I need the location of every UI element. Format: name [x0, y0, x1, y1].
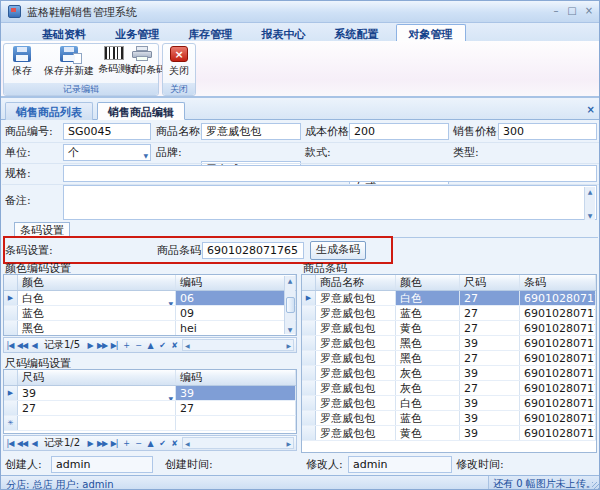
- sale-price-field[interactable]: 300: [498, 123, 597, 140]
- save-new-icon: [60, 46, 78, 62]
- scroll-down-icon[interactable]: ▼: [588, 212, 593, 219]
- ribbon-tab-object-management[interactable]: 对象管理: [396, 24, 466, 42]
- cost-price-label: 成本价格:: [305, 124, 353, 140]
- table-row[interactable]: 罗意威包包 黄色 39 690102807176...: [302, 426, 596, 441]
- nav-prev-icon[interactable]: ◀: [28, 439, 40, 448]
- spec-field[interactable]: [63, 165, 597, 182]
- nav-cancel-icon[interactable]: ✘: [168, 439, 180, 448]
- generate-barcode-button[interactable]: 生成条码: [310, 241, 366, 260]
- scroll-up-icon[interactable]: ▲: [588, 188, 593, 195]
- table-row[interactable]: 罗意威包包 灰色 27 690102807176...: [302, 381, 596, 396]
- scroll-left-icon[interactable]: ◀: [185, 342, 190, 349]
- brand-label: 品牌:: [156, 145, 182, 161]
- row-indicator-icon: ▶: [4, 291, 18, 305]
- table-row[interactable]: 罗意威包包 蓝色 27 690102807176...: [302, 306, 596, 321]
- chevron-down-icon[interactable]: ▼: [168, 296, 173, 305]
- nav-last-icon[interactable]: ▶|: [108, 439, 120, 448]
- save-button[interactable]: 保存: [6, 46, 38, 84]
- nav-prev-page-icon[interactable]: ◀◀: [16, 341, 28, 350]
- product-name-field[interactable]: 罗意威包包: [201, 123, 301, 140]
- nav-remove-icon[interactable]: −: [132, 439, 144, 448]
- column-header-code[interactable]: 编码: [176, 275, 296, 290]
- status-upload-info: 还有 0 幅图片未上传。: [488, 476, 600, 490]
- cost-price-field[interactable]: 200: [349, 123, 449, 140]
- table-row[interactable]: 罗意威包包 白色 39 690102807176...: [302, 396, 596, 411]
- horizontal-scrollbar[interactable]: ◀ ▶: [182, 339, 294, 351]
- tab-product-edit[interactable]: 销售商品编辑: [97, 102, 185, 120]
- nav-next-page-icon[interactable]: ▶▶: [96, 341, 108, 350]
- ribbon-group-caption: 记录编辑: [4, 83, 158, 95]
- scrollbar-thumb[interactable]: [286, 297, 295, 313]
- product-barcode-field[interactable]: 6901028071765: [202, 242, 304, 259]
- table-row[interactable]: 罗意威包包 蓝色 39 690102807176...: [302, 411, 596, 426]
- product-no-label: 商品编号:: [5, 124, 53, 140]
- nav-edit-icon[interactable]: ▲: [144, 341, 156, 350]
- remark-textarea[interactable]: ▲ ▼: [63, 185, 597, 220]
- scroll-left-icon[interactable]: ◀: [185, 440, 190, 447]
- nav-edit-icon[interactable]: ▲: [144, 439, 156, 448]
- spec-label: 规格:: [5, 166, 31, 182]
- app-icon: [8, 5, 21, 18]
- column-header-color[interactable]: 颜色: [18, 275, 176, 290]
- scroll-up-icon[interactable]: ▲: [288, 277, 293, 284]
- create-time-label: 创建时间:: [165, 457, 213, 473]
- close-button-icon[interactable]: ×: [582, 4, 596, 18]
- scroll-right-icon[interactable]: ▶: [286, 342, 291, 349]
- print-barcode-button[interactable]: 打印条码: [126, 46, 158, 84]
- table-row[interactable]: 蓝色 09: [4, 306, 296, 321]
- save-and-new-button[interactable]: 保存并新建: [40, 46, 98, 84]
- application-window: 蓝格鞋帽销售管理系统 – □ × 基础资料 业务管理 库存管理 报表中心 系统配…: [0, 0, 600, 490]
- column-header-barcode[interactable]: 条码: [520, 275, 596, 290]
- printer-icon: [132, 46, 152, 61]
- chevron-down-icon[interactable]: ▼: [143, 149, 148, 161]
- doc-tab-close-icon[interactable]: ×: [587, 104, 595, 115]
- resize-grip[interactable]: [592, 482, 600, 490]
- chevron-down-icon[interactable]: ▼: [168, 391, 173, 400]
- new-row[interactable]: ✳: [4, 416, 296, 431]
- table-row[interactable]: 罗意威包包 灰色 39 690102807176...: [302, 366, 596, 381]
- nav-first-icon[interactable]: |◀: [4, 439, 16, 448]
- column-header-size[interactable]: 尺码: [460, 275, 520, 290]
- maximize-button-icon[interactable]: □: [565, 4, 579, 18]
- minimize-button-icon[interactable]: –: [549, 4, 563, 18]
- nav-prev-icon[interactable]: ◀: [28, 341, 40, 350]
- column-header-size[interactable]: 尺码: [18, 370, 176, 385]
- column-header-code[interactable]: 编码: [176, 370, 296, 385]
- scroll-right-icon[interactable]: ▶: [286, 440, 291, 447]
- tab-product-list[interactable]: 销售商品列表: [5, 102, 93, 120]
- nav-post-icon[interactable]: ✔: [156, 439, 168, 448]
- table-row[interactable]: ▶ 39▼ 39: [4, 386, 296, 401]
- modifier-field[interactable]: admin: [348, 456, 452, 473]
- nav-prev-page-icon[interactable]: ◀◀: [16, 439, 28, 448]
- barcode-settings-tab[interactable]: 条码设置: [14, 222, 70, 238]
- product-no-field[interactable]: SG0045: [63, 123, 151, 140]
- creator-label: 创建人:: [5, 457, 42, 473]
- nav-add-icon[interactable]: +: [120, 439, 132, 448]
- nav-post-icon[interactable]: ✔: [156, 341, 168, 350]
- row-indicator-icon: ▶: [4, 386, 18, 400]
- creator-field[interactable]: admin: [51, 456, 153, 473]
- nav-last-icon[interactable]: ▶|: [108, 341, 120, 350]
- table-row[interactable]: 罗意威包包 黑色 27 690102807176...: [302, 351, 596, 366]
- remark-scrollbar[interactable]: ▲ ▼: [584, 187, 595, 220]
- unit-combobox[interactable]: 个▼: [63, 144, 151, 161]
- nav-next-page-icon[interactable]: ▶▶: [96, 439, 108, 448]
- column-header-color[interactable]: 颜色: [396, 275, 460, 290]
- nav-cancel-icon[interactable]: ✘: [168, 341, 180, 350]
- table-row[interactable]: 罗意威包包 黑色 39 690102807176...: [302, 336, 596, 351]
- table-row[interactable]: ▶ 白色▼ 06: [4, 291, 296, 306]
- horizontal-scrollbar[interactable]: ◀ ▶: [182, 437, 294, 449]
- nav-next-icon[interactable]: ▶: [84, 439, 96, 448]
- table-row[interactable]: 罗意威包包 黄色 27 690102807176...: [302, 321, 596, 336]
- nav-next-icon[interactable]: ▶: [84, 341, 96, 350]
- color-grid-scrollbar[interactable]: ▲ ▼: [284, 276, 295, 334]
- nav-first-icon[interactable]: |◀: [4, 341, 16, 350]
- close-form-button[interactable]: × 关闭: [164, 46, 194, 84]
- table-row[interactable]: 27 27: [4, 401, 296, 416]
- scroll-down-icon[interactable]: ▼: [288, 326, 293, 333]
- table-row[interactable]: 黑色 hei: [4, 321, 296, 336]
- nav-remove-icon[interactable]: −: [132, 341, 144, 350]
- nav-add-icon[interactable]: +: [120, 341, 132, 350]
- table-row[interactable]: ▶ 罗意威包包 白色 27 690102807176...: [302, 291, 596, 306]
- column-header-name[interactable]: 商品名称: [316, 275, 396, 290]
